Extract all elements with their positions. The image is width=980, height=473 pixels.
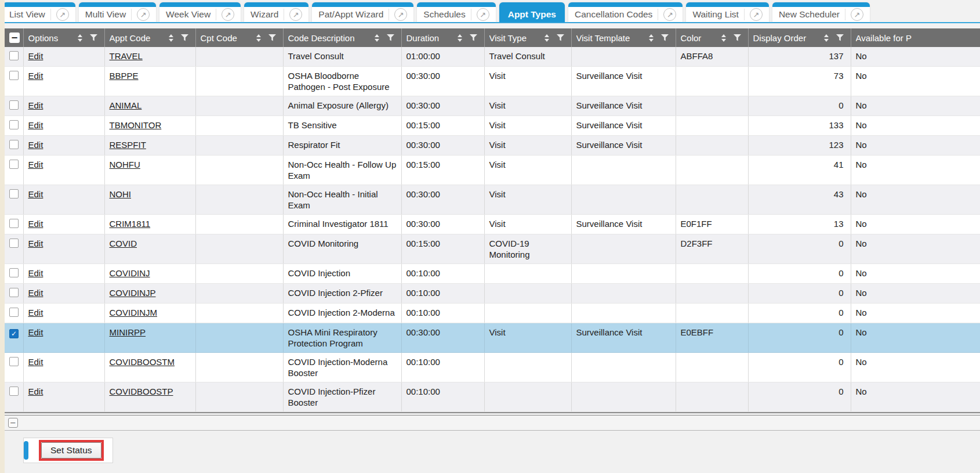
appt-code-link[interactable]: NOHI — [110, 189, 132, 199]
tab-appt-types[interactable]: Appt Types — [499, 2, 565, 22]
sort-icon[interactable] — [375, 34, 379, 42]
tab-new-scheduler[interactable]: New Scheduler↗ — [772, 2, 870, 22]
sort-icon[interactable] — [256, 34, 261, 42]
open-in-new-window-icon[interactable]: ↗ — [289, 8, 302, 21]
filter-icon[interactable] — [470, 34, 477, 41]
appt-code-link[interactable]: COVIDINJ — [110, 268, 150, 278]
table-row: EditCOVIDBOOSTMCOVID Injection-Moderna B… — [5, 353, 980, 382]
row-checkbox[interactable] — [9, 160, 19, 169]
edit-link[interactable]: Edit — [28, 357, 43, 367]
sort-icon[interactable] — [545, 34, 549, 42]
filter-icon[interactable] — [90, 34, 97, 41]
row-checkbox[interactable] — [9, 120, 19, 129]
open-in-new-window-icon[interactable]: ↗ — [851, 8, 863, 21]
tab-list-view[interactable]: List View↗ — [3, 2, 75, 22]
sort-icon[interactable] — [169, 34, 173, 42]
edit-link[interactable]: Edit — [28, 308, 43, 317]
duration-cell: 00:30:00 — [401, 136, 484, 156]
edit-link[interactable]: Edit — [28, 100, 43, 110]
edit-link[interactable]: Edit — [28, 387, 43, 396]
color-cell — [676, 136, 748, 156]
appt-code-link[interactable]: MINIRPP — [110, 327, 146, 337]
edit-link[interactable]: Edit — [28, 268, 43, 278]
row-checkbox[interactable] — [9, 71, 19, 80]
tab-separator — [658, 9, 658, 20]
tab-week-view[interactable]: Week View↗ — [159, 2, 241, 22]
filter-icon[interactable] — [387, 34, 394, 41]
row-checkbox[interactable] — [9, 239, 19, 248]
select-all-minus-icon[interactable]: − — [9, 33, 20, 43]
sort-icon[interactable] — [78, 34, 82, 42]
open-in-new-window-icon[interactable]: ↗ — [137, 8, 150, 21]
row-checkbox[interactable] — [9, 387, 19, 396]
appt-code-link[interactable]: ANIMAL — [110, 100, 142, 110]
tab-wizard[interactable]: Wizard↗ — [244, 2, 308, 22]
appt-code-link[interactable]: CRIM1811 — [110, 219, 151, 229]
appt-code-link[interactable]: COVIDINJM — [110, 308, 158, 317]
appt-code-link[interactable]: TRAVEL — [110, 51, 143, 61]
collapse-panel-icon[interactable]: − — [8, 418, 18, 428]
tab-multi-view[interactable]: Multi View↗ — [79, 2, 156, 22]
row-checkbox[interactable] — [9, 357, 19, 366]
tab-cancellation-codes[interactable]: Cancellation Codes↗ — [568, 2, 683, 22]
sort-icon[interactable] — [649, 34, 654, 42]
appt-code-link[interactable]: RESPFIT — [110, 140, 146, 150]
tab-waiting-list[interactable]: Waiting List↗ — [686, 2, 769, 22]
tab-schedules[interactable]: Schedules↗ — [417, 2, 495, 22]
sort-icon[interactable] — [458, 34, 462, 42]
tab-pat-appt-wizard[interactable]: Pat/Appt Wizard↗ — [312, 2, 413, 22]
edit-link[interactable]: Edit — [28, 288, 43, 298]
appt-code-link[interactable]: COVIDBOOSTP — [110, 387, 173, 396]
row-checkbox[interactable] — [9, 219, 19, 228]
sort-icon[interactable] — [721, 34, 726, 42]
edit-link[interactable]: Edit — [28, 140, 43, 150]
set-status-button[interactable]: Set Status — [41, 442, 101, 458]
filter-icon[interactable] — [836, 34, 844, 41]
open-in-new-window-icon[interactable]: ↗ — [394, 8, 407, 21]
open-in-new-window-icon[interactable]: ↗ — [663, 8, 676, 21]
color-cell — [676, 353, 748, 382]
appt-code-link[interactable]: BBPPE — [110, 71, 139, 81]
filter-icon[interactable] — [661, 34, 669, 41]
row-checkbox[interactable] — [9, 288, 19, 297]
row-checkbox[interactable]: ✓ — [9, 329, 19, 338]
sort-down-arrow — [169, 39, 173, 42]
edit-link[interactable]: Edit — [28, 120, 43, 130]
open-in-new-window-icon[interactable]: ↗ — [56, 8, 69, 21]
filter-icon[interactable] — [181, 34, 188, 41]
edit-link[interactable]: Edit — [28, 327, 43, 337]
table-row: EditCRIM1811Criminal Investigator 181100… — [5, 215, 980, 234]
row-checkbox[interactable] — [9, 100, 19, 110]
filter-icon[interactable] — [268, 34, 276, 41]
appt-code-link[interactable]: COVIDINJP — [110, 288, 156, 298]
appt-code-link[interactable]: COVID — [110, 239, 137, 248]
open-in-new-window-icon[interactable]: ↗ — [222, 8, 234, 21]
sort-icon[interactable] — [824, 34, 829, 42]
edit-link[interactable]: Edit — [28, 71, 43, 81]
row-checkbox[interactable] — [9, 268, 19, 277]
edit-link[interactable]: Edit — [28, 160, 43, 169]
filter-icon[interactable] — [734, 34, 741, 41]
available-cell: No — [851, 136, 980, 156]
appt-code-link[interactable]: TBMONITOR — [110, 120, 162, 130]
filter-icon[interactable] — [557, 34, 564, 41]
appt-code-cell: ANIMAL — [104, 96, 195, 116]
color-cell — [676, 284, 748, 304]
table-row: EditCOVIDINJPCOVID Injection 2-Pfizer00:… — [5, 284, 980, 304]
edit-link[interactable]: Edit — [28, 51, 43, 61]
row-checkbox[interactable] — [9, 308, 19, 317]
cpt-code-cell — [195, 234, 283, 264]
row-checkbox[interactable] — [9, 189, 19, 198]
edit-link[interactable]: Edit — [28, 239, 43, 248]
cpt-code-cell — [195, 353, 283, 382]
open-in-new-window-icon[interactable]: ↗ — [750, 8, 763, 21]
row-checkbox[interactable] — [9, 140, 19, 149]
visit-type-cell: Visit — [484, 215, 571, 234]
appt-code-link[interactable]: COVIDBOOSTM — [110, 357, 175, 367]
edit-link[interactable]: Edit — [28, 189, 43, 199]
open-in-new-window-icon[interactable]: ↗ — [477, 8, 489, 21]
appt-code-link[interactable]: NOHFU — [110, 160, 140, 169]
edit-link[interactable]: Edit — [28, 219, 43, 229]
row-checkbox[interactable] — [9, 51, 19, 60]
appt-code-cell: MINIRPP — [104, 323, 195, 353]
